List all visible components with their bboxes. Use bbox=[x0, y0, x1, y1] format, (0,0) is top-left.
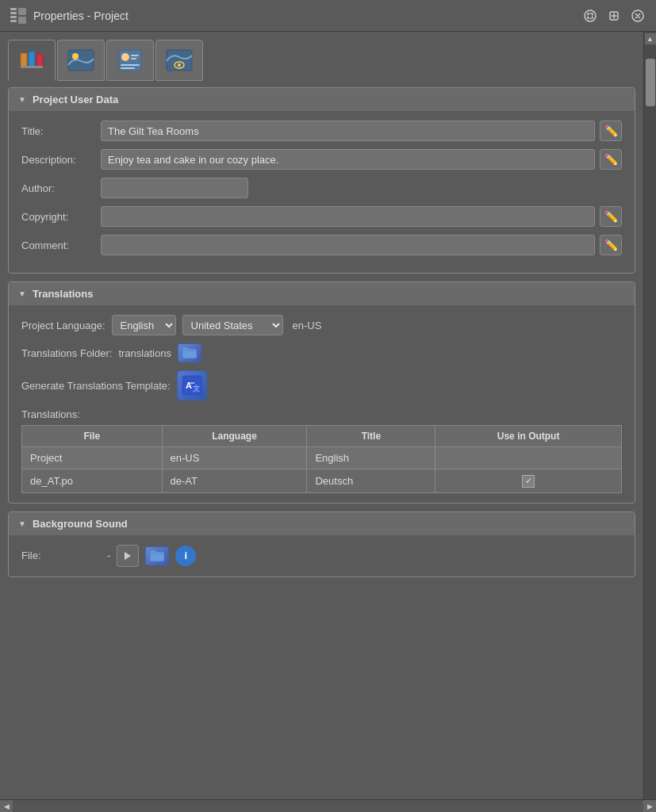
play-button[interactable] bbox=[117, 545, 139, 567]
restore-button[interactable] bbox=[605, 7, 623, 25]
title-input[interactable] bbox=[101, 121, 595, 141]
window-title: Properties - Project bbox=[33, 10, 129, 22]
folder-icon bbox=[149, 550, 165, 562]
background-sound-arrow: ▼ bbox=[18, 519, 26, 528]
comment-label: Comment: bbox=[21, 239, 101, 251]
fullscreen-button[interactable] bbox=[581, 7, 599, 25]
cell-file: de_AT.po bbox=[22, 469, 163, 493]
translations-folder-button[interactable] bbox=[178, 343, 201, 362]
project-user-data-header[interactable]: ▼ Project User Data bbox=[9, 88, 635, 111]
project-language-row: Project Language: English German French … bbox=[21, 315, 622, 335]
scroll-left-arrow[interactable]: ◀ bbox=[0, 800, 13, 813]
background-sound-header[interactable]: ▼ Background Sound bbox=[9, 512, 635, 535]
generate-translations-button[interactable]: A 文 bbox=[177, 370, 207, 400]
svg-rect-3 bbox=[10, 20, 17, 22]
comment-input[interactable] bbox=[101, 235, 595, 255]
project-user-data-title: Project User Data bbox=[33, 94, 118, 105]
project-user-data-panel: ▼ Project User Data Title: ✏️ Descriptio… bbox=[8, 87, 635, 274]
title-bar-left: Properties - Project bbox=[10, 7, 129, 25]
table-row: de_AT.po de-AT Deutsch ✓ bbox=[22, 469, 622, 493]
author-row: Author: bbox=[21, 178, 622, 198]
restore-icon bbox=[608, 10, 620, 22]
copyright-input[interactable] bbox=[101, 206, 595, 227]
translations-collapse-arrow: ▼ bbox=[18, 289, 26, 298]
col-header-file: File bbox=[22, 426, 163, 447]
tab-panorama[interactable] bbox=[57, 40, 105, 81]
copyright-label: Copyright: bbox=[21, 211, 101, 223]
folder-icon bbox=[182, 347, 198, 359]
svg-rect-9 bbox=[21, 53, 27, 67]
copyright-edit-button[interactable]: ✏️ bbox=[600, 206, 622, 227]
generate-translations-label: Generate Translations Template: bbox=[21, 380, 171, 392]
checkbox-use-in-output[interactable]: ✓ bbox=[522, 475, 535, 488]
description-input[interactable] bbox=[101, 149, 595, 170]
table-row: Project en-US English bbox=[22, 447, 622, 469]
cell-title: English bbox=[307, 447, 435, 469]
svg-marker-27 bbox=[125, 552, 131, 560]
comment-row: Comment: ✏️ bbox=[21, 235, 622, 255]
language-select[interactable]: English German French bbox=[112, 315, 176, 335]
tab-card[interactable] bbox=[106, 40, 154, 81]
description-edit-button[interactable]: ✏️ bbox=[600, 149, 622, 170]
close-button[interactable] bbox=[629, 7, 646, 25]
cell-use-in-output-checked[interactable]: ✓ bbox=[435, 469, 622, 493]
collapse-arrow: ▼ bbox=[18, 95, 26, 104]
horizontal-scrollbar[interactable]: ◀ ▶ bbox=[0, 799, 656, 812]
svg-text:文: 文 bbox=[193, 385, 200, 393]
tab-preview[interactable] bbox=[155, 40, 203, 81]
cell-language: de-AT bbox=[162, 469, 307, 493]
title-bar: Properties - Project bbox=[0, 0, 656, 32]
comment-edit-button[interactable]: ✏️ bbox=[600, 235, 622, 255]
main-container: ▼ Project User Data Title: ✏️ Descriptio… bbox=[0, 32, 656, 799]
tabs-row bbox=[8, 40, 635, 81]
svg-rect-18 bbox=[131, 58, 136, 59]
scroll-track bbox=[13, 800, 643, 812]
close-icon bbox=[631, 10, 644, 22]
background-sound-row: File: - i bbox=[21, 545, 622, 567]
svg-rect-17 bbox=[131, 55, 139, 56]
svg-rect-19 bbox=[121, 64, 140, 66]
vertical-scrollbar[interactable]: ▲ bbox=[643, 32, 656, 799]
svg-rect-5 bbox=[18, 17, 26, 24]
title-label: Title: bbox=[21, 125, 101, 137]
tab-project[interactable] bbox=[8, 40, 56, 81]
translations-folder-row: Translations Folder: translations bbox=[21, 343, 622, 362]
svg-rect-4 bbox=[18, 8, 26, 15]
description-label: Description: bbox=[21, 154, 101, 166]
scroll-thumb[interactable] bbox=[646, 59, 655, 106]
svg-rect-21 bbox=[167, 50, 192, 71]
translations-header[interactable]: ▼ Translations bbox=[9, 282, 635, 305]
description-row: Description: ✏️ bbox=[21, 149, 622, 170]
author-input[interactable] bbox=[101, 178, 248, 198]
title-row: Title: ✏️ bbox=[21, 121, 622, 141]
app-icon bbox=[10, 7, 27, 25]
background-sound-panel: ▼ Background Sound File: - bbox=[8, 511, 635, 577]
translations-table: File Language Title Use in Output Projec… bbox=[21, 425, 622, 493]
file-label: File: bbox=[21, 550, 101, 561]
svg-rect-11 bbox=[36, 54, 43, 67]
region-select[interactable]: United States United Kingdom Australia bbox=[182, 315, 283, 335]
info-icon: i bbox=[185, 550, 188, 561]
title-edit-button[interactable]: ✏️ bbox=[600, 121, 622, 141]
info-button[interactable]: i bbox=[175, 546, 196, 566]
lang-code: en-US bbox=[293, 320, 322, 331]
generate-translations-row: Generate Translations Template: A 文 bbox=[21, 370, 622, 400]
translations-folder-label: Translations Folder: bbox=[21, 347, 112, 359]
svg-rect-0 bbox=[10, 8, 17, 10]
project-language-label: Project Language: bbox=[21, 320, 105, 331]
sound-folder-button[interactable] bbox=[145, 546, 169, 565]
translations-title: Translations bbox=[33, 288, 94, 300]
svg-text:A: A bbox=[186, 381, 192, 390]
cell-language: en-US bbox=[162, 447, 307, 469]
window-controls bbox=[581, 7, 646, 25]
translations-list-label: Translations: bbox=[21, 408, 622, 420]
svg-point-16 bbox=[121, 53, 129, 61]
background-sound-body: File: - i bbox=[9, 535, 635, 576]
svg-rect-1 bbox=[10, 12, 17, 14]
scroll-right-arrow[interactable]: ▶ bbox=[643, 800, 656, 813]
scroll-up-arrow[interactable]: ▲ bbox=[645, 33, 656, 44]
translations-body: Project Language: English German French … bbox=[9, 305, 635, 503]
translations-folder-value: translations bbox=[118, 347, 171, 359]
cell-use-in-output bbox=[435, 447, 622, 469]
project-user-data-body: Title: ✏️ Description: ✏️ Author: bbox=[9, 111, 635, 273]
